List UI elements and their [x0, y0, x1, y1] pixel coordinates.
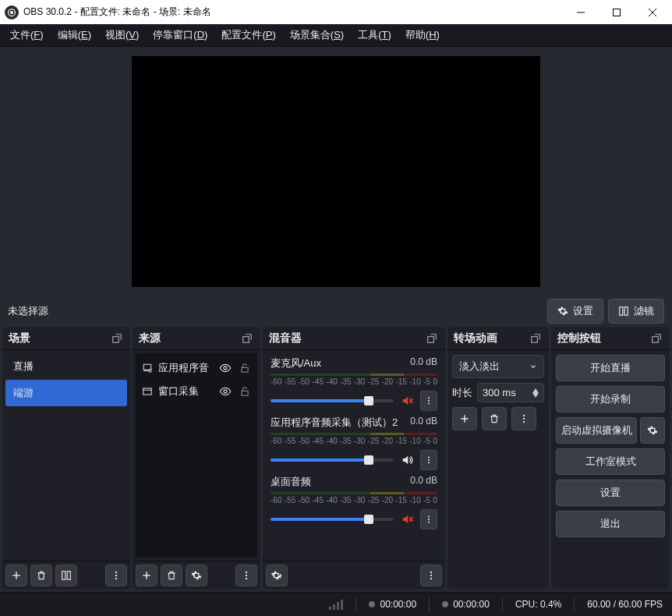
popout-icon[interactable] [425, 331, 439, 345]
mixer-channel-name: 麦克风/Aux [271, 356, 321, 370]
svg-rect-16 [243, 336, 249, 342]
source-type-icon [141, 363, 154, 373]
source-toolbar: 未选择源 设置 滤镜 [0, 296, 672, 327]
source-filters-button[interactable]: 滤镜 [608, 299, 664, 324]
svg-point-37 [428, 457, 430, 458]
fps-counter: 60.00 / 60.00 FPS [587, 599, 663, 610]
studio-mode-button[interactable]: 工作室模式 [556, 448, 665, 475]
mute-button[interactable] [400, 395, 414, 407]
svg-rect-31 [428, 336, 434, 342]
source-menu-button[interactable] [235, 565, 257, 586]
record-dot-icon [442, 601, 448, 607]
scenes-list: 直播端游 [2, 350, 130, 561]
settings-button[interactable]: 设置 [556, 480, 665, 506]
source-item[interactable]: 窗口采集 [139, 380, 254, 403]
menu-file[interactable]: 文件(F) [3, 25, 51, 45]
source-filters-label: 滤镜 [634, 304, 654, 318]
vu-ticks: -60-55-50-45-40-35-30-25-20-15-10-50 [271, 437, 437, 445]
scene-item[interactable]: 直播 [5, 353, 127, 380]
mixer-menu-button[interactable] [420, 565, 442, 586]
svg-point-53 [523, 415, 525, 416]
visibility-toggle[interactable] [218, 384, 233, 399]
scene-menu-button[interactable] [105, 565, 127, 586]
mixer-channel: 麦克风/Aux0.0 dB-60-55-50-45-40-35-30-25-20… [266, 353, 442, 412]
preview-canvas[interactable] [132, 56, 540, 287]
menu-docks[interactable]: 停靠窗口(D) [146, 25, 214, 45]
start-recording-button[interactable]: 开始录制 [556, 386, 665, 412]
start-virtual-cam-button[interactable]: 启动虚拟摄像机 [556, 417, 637, 444]
popout-icon[interactable] [649, 331, 663, 345]
advanced-audio-button[interactable] [266, 565, 288, 586]
remove-source-button[interactable] [161, 565, 182, 586]
start-streaming-button[interactable]: 开始直播 [556, 355, 665, 381]
scenes-title: 场景 [9, 331, 30, 345]
svg-point-15 [115, 578, 117, 579]
lock-toggle[interactable] [238, 361, 252, 375]
mixer-channel-menu[interactable] [420, 391, 437, 411]
svg-rect-8 [113, 336, 119, 342]
stream-dot-icon [369, 601, 375, 607]
add-transition-button[interactable] [452, 407, 477, 430]
volume-slider[interactable] [271, 399, 394, 402]
mute-button[interactable] [400, 454, 414, 466]
close-button[interactable] [635, 0, 670, 24]
record-time: 00:00:00 [442, 599, 490, 610]
controls-title: 控制按钮 [557, 331, 601, 345]
svg-point-42 [428, 516, 430, 518]
duration-spinbox[interactable]: 300 ms [477, 383, 544, 402]
svg-point-20 [224, 366, 227, 370]
source-settings-button[interactable]: 设置 [547, 299, 603, 324]
spin-down-icon[interactable] [532, 393, 539, 398]
mixer-channel-name: 应用程序音频采集（测试）2 [271, 416, 398, 430]
source-settings-label: 设置 [573, 304, 593, 318]
virtual-cam-settings-button[interactable] [640, 417, 665, 444]
gear-icon [557, 306, 568, 317]
svg-rect-21 [242, 367, 248, 372]
volume-slider[interactable] [271, 458, 394, 462]
lock-toggle[interactable] [238, 384, 252, 398]
remove-scene-button[interactable] [30, 565, 52, 586]
menu-tools[interactable]: 工具(T) [351, 25, 398, 45]
menu-profile[interactable]: 配置文件(P) [214, 25, 282, 45]
add-source-button[interactable] [136, 565, 157, 586]
scene-filters-button[interactable] [55, 565, 77, 586]
popout-icon[interactable] [110, 331, 124, 345]
preview-area [0, 47, 672, 296]
transition-select[interactable]: 淡入淡出 [452, 355, 544, 378]
mixer-dock: 混音器 麦克风/Aux0.0 dB-60-55-50-45-40-35-30-2… [263, 327, 445, 589]
svg-point-34 [428, 398, 430, 399]
svg-rect-56 [653, 336, 659, 342]
maximize-button[interactable] [599, 0, 635, 24]
menu-scene_collection[interactable]: 场景集合(S) [283, 25, 351, 45]
cpu-usage: CPU: 0.4% [515, 599, 561, 610]
svg-point-39 [428, 462, 430, 464]
duration-value: 300 ms [483, 387, 529, 398]
mute-button[interactable] [400, 513, 414, 526]
transition-menu-button[interactable] [511, 407, 536, 430]
source-item[interactable]: 应用程序音 [139, 356, 254, 380]
sources-list: 应用程序音窗口采集 [136, 353, 257, 558]
source-type-icon [141, 386, 154, 397]
svg-point-14 [115, 575, 117, 576]
popout-icon[interactable] [529, 331, 543, 345]
menu-view[interactable]: 视图(V) [98, 25, 146, 45]
minimize-button[interactable] [563, 0, 599, 24]
visibility-toggle[interactable] [218, 360, 233, 376]
source-properties-button[interactable] [186, 565, 207, 586]
vu-meter [271, 373, 437, 376]
mixer-channel-menu[interactable] [420, 450, 437, 470]
stream-time: 00:00:00 [369, 599, 416, 610]
scene-item[interactable]: 端游 [5, 380, 127, 406]
svg-point-1 [10, 11, 13, 14]
app-icon [5, 5, 19, 19]
popout-icon[interactable] [240, 331, 254, 345]
transitions-dock: 转场动画 淡入淡出 时长 300 ms [447, 327, 549, 589]
exit-button[interactable]: 退出 [556, 511, 665, 537]
add-scene-button[interactable] [5, 565, 27, 586]
volume-slider[interactable] [271, 518, 394, 521]
mixer-channel-menu[interactable] [420, 509, 437, 529]
remove-transition-button[interactable] [482, 407, 507, 430]
svg-point-28 [246, 572, 247, 573]
menu-edit[interactable]: 编辑(E) [51, 25, 98, 45]
menu-help[interactable]: 帮助(H) [398, 25, 447, 45]
